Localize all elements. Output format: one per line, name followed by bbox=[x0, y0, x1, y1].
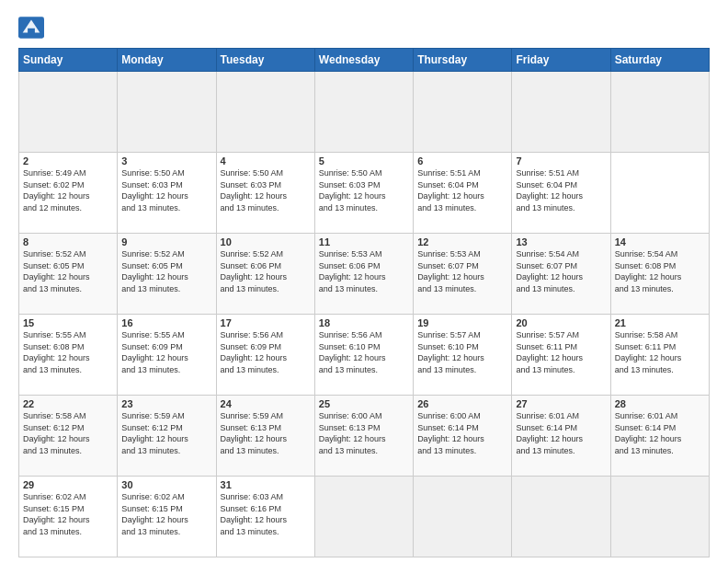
day-info: Sunrise: 5:51 AMSunset: 6:04 PMDaylight:… bbox=[516, 167, 606, 213]
empty-cell bbox=[414, 477, 512, 557]
day-number: 7 bbox=[516, 155, 606, 167]
day-number: 8 bbox=[23, 236, 113, 247]
day-info: Sunrise: 6:02 AMSunset: 6:15 PMDaylight:… bbox=[23, 491, 113, 537]
empty-cell bbox=[414, 72, 512, 153]
day-info: Sunrise: 5:58 AMSunset: 6:11 PMDaylight:… bbox=[615, 329, 705, 375]
day-cell: 2 Sunrise: 5:49 AMSunset: 6:02 PMDayligh… bbox=[19, 153, 118, 234]
day-info: Sunrise: 5:54 AMSunset: 6:07 PMDaylight:… bbox=[516, 248, 606, 294]
day-cell: 15 Sunrise: 5:55 AMSunset: 6:08 PMDaylig… bbox=[19, 315, 118, 396]
calendar-week: 22 Sunrise: 5:58 AMSunset: 6:12 PMDaylig… bbox=[19, 396, 710, 477]
day-info: Sunrise: 5:59 AMSunset: 6:13 PMDaylight:… bbox=[221, 410, 311, 456]
day-info: Sunrise: 5:59 AMSunset: 6:12 PMDaylight:… bbox=[121, 410, 211, 456]
day-number: 14 bbox=[615, 236, 705, 247]
empty-cell bbox=[610, 72, 709, 153]
day-number: 17 bbox=[221, 317, 311, 328]
header bbox=[18, 17, 710, 39]
day-number: 16 bbox=[121, 317, 211, 328]
empty-cell bbox=[118, 72, 216, 153]
day-info: Sunrise: 5:52 AMSunset: 6:05 PMDaylight:… bbox=[121, 248, 211, 294]
calendar-week: 2 Sunrise: 5:49 AMSunset: 6:02 PMDayligh… bbox=[19, 153, 710, 234]
day-info: Sunrise: 5:55 AMSunset: 6:08 PMDaylight:… bbox=[23, 329, 113, 375]
day-info: Sunrise: 5:52 AMSunset: 6:06 PMDaylight:… bbox=[221, 248, 311, 294]
day-info: Sunrise: 5:50 AMSunset: 6:03 PMDaylight:… bbox=[121, 167, 211, 213]
day-number: 6 bbox=[417, 155, 507, 167]
day-header: Thursday bbox=[414, 49, 512, 72]
day-number: 5 bbox=[319, 155, 409, 167]
day-number: 21 bbox=[615, 317, 705, 328]
day-info: Sunrise: 5:53 AMSunset: 6:07 PMDaylight:… bbox=[417, 248, 507, 294]
day-cell: 3 Sunrise: 5:50 AMSunset: 6:03 PMDayligh… bbox=[118, 153, 216, 234]
day-cell: 13 Sunrise: 5:54 AMSunset: 6:07 PMDaylig… bbox=[512, 234, 610, 315]
day-cell: 4 Sunrise: 5:50 AMSunset: 6:03 PMDayligh… bbox=[216, 153, 314, 234]
day-number: 18 bbox=[319, 317, 409, 328]
day-number: 28 bbox=[615, 398, 705, 409]
day-number: 15 bbox=[23, 317, 113, 328]
day-cell: 26 Sunrise: 6:00 AMSunset: 6:14 PMDaylig… bbox=[414, 396, 512, 477]
day-cell: 8 Sunrise: 5:52 AMSunset: 6:05 PMDayligh… bbox=[19, 234, 118, 315]
day-cell: 11 Sunrise: 5:53 AMSunset: 6:06 PMDaylig… bbox=[314, 234, 413, 315]
day-header: Sunday bbox=[19, 49, 118, 72]
day-number: 22 bbox=[23, 398, 113, 409]
day-info: Sunrise: 5:58 AMSunset: 6:12 PMDaylight:… bbox=[23, 410, 113, 456]
day-cell: 16 Sunrise: 5:55 AMSunset: 6:09 PMDaylig… bbox=[118, 315, 216, 396]
day-cell: 14 Sunrise: 5:54 AMSunset: 6:08 PMDaylig… bbox=[610, 234, 709, 315]
day-number: 19 bbox=[417, 317, 507, 328]
day-cell: 19 Sunrise: 5:57 AMSunset: 6:10 PMDaylig… bbox=[414, 315, 512, 396]
header-row: SundayMondayTuesdayWednesdayThursdayFrid… bbox=[19, 49, 710, 72]
day-info: Sunrise: 5:56 AMSunset: 6:10 PMDaylight:… bbox=[319, 329, 409, 375]
day-number: 9 bbox=[121, 236, 211, 247]
day-number: 23 bbox=[121, 398, 211, 409]
day-cell: 10 Sunrise: 5:52 AMSunset: 6:06 PMDaylig… bbox=[216, 234, 314, 315]
day-number: 24 bbox=[221, 398, 311, 409]
calendar-week: 8 Sunrise: 5:52 AMSunset: 6:05 PMDayligh… bbox=[19, 234, 710, 315]
logo-icon bbox=[18, 17, 44, 39]
day-info: Sunrise: 5:51 AMSunset: 6:04 PMDaylight:… bbox=[417, 167, 507, 213]
day-cell: 22 Sunrise: 5:58 AMSunset: 6:12 PMDaylig… bbox=[19, 396, 118, 477]
day-cell: 18 Sunrise: 5:56 AMSunset: 6:10 PMDaylig… bbox=[314, 315, 413, 396]
day-number: 27 bbox=[516, 398, 606, 409]
day-info: Sunrise: 6:01 AMSunset: 6:14 PMDaylight:… bbox=[615, 410, 705, 456]
day-info: Sunrise: 6:03 AMSunset: 6:16 PMDaylight:… bbox=[221, 491, 311, 537]
day-cell: 23 Sunrise: 5:59 AMSunset: 6:12 PMDaylig… bbox=[118, 396, 216, 477]
calendar-week: 15 Sunrise: 5:55 AMSunset: 6:08 PMDaylig… bbox=[19, 315, 710, 396]
day-cell: 28 Sunrise: 6:01 AMSunset: 6:14 PMDaylig… bbox=[610, 396, 709, 477]
day-cell: 17 Sunrise: 5:56 AMSunset: 6:09 PMDaylig… bbox=[216, 315, 314, 396]
day-number: 4 bbox=[221, 155, 311, 167]
day-info: Sunrise: 6:00 AMSunset: 6:13 PMDaylight:… bbox=[319, 410, 409, 456]
day-number: 11 bbox=[319, 236, 409, 247]
empty-cell bbox=[512, 477, 610, 557]
day-cell: 29 Sunrise: 6:02 AMSunset: 6:15 PMDaylig… bbox=[19, 477, 118, 557]
day-cell: 6 Sunrise: 5:51 AMSunset: 6:04 PMDayligh… bbox=[414, 153, 512, 234]
day-info: Sunrise: 5:57 AMSunset: 6:11 PMDaylight:… bbox=[516, 329, 606, 375]
day-header: Saturday bbox=[610, 49, 709, 72]
day-cell: 25 Sunrise: 6:00 AMSunset: 6:13 PMDaylig… bbox=[314, 396, 413, 477]
day-info: Sunrise: 5:50 AMSunset: 6:03 PMDaylight:… bbox=[221, 167, 311, 213]
day-header: Tuesday bbox=[216, 49, 314, 72]
day-info: Sunrise: 5:56 AMSunset: 6:09 PMDaylight:… bbox=[221, 329, 311, 375]
day-header: Friday bbox=[512, 49, 610, 72]
day-number: 20 bbox=[516, 317, 606, 328]
day-number: 13 bbox=[516, 236, 606, 247]
empty-cell bbox=[314, 72, 413, 153]
day-info: Sunrise: 5:57 AMSunset: 6:10 PMDaylight:… bbox=[417, 329, 507, 375]
day-cell: 21 Sunrise: 5:58 AMSunset: 6:11 PMDaylig… bbox=[610, 315, 709, 396]
day-info: Sunrise: 6:01 AMSunset: 6:14 PMDaylight:… bbox=[516, 410, 606, 456]
day-number: 30 bbox=[121, 479, 211, 490]
empty-cell bbox=[314, 477, 413, 557]
day-number: 25 bbox=[319, 398, 409, 409]
empty-cell bbox=[512, 72, 610, 153]
day-info: Sunrise: 5:50 AMSunset: 6:03 PMDaylight:… bbox=[319, 167, 409, 213]
day-number: 10 bbox=[221, 236, 311, 247]
page: SundayMondayTuesdayWednesdayThursdayFrid… bbox=[0, 0, 728, 563]
day-cell: 27 Sunrise: 6:01 AMSunset: 6:14 PMDaylig… bbox=[512, 396, 610, 477]
day-info: Sunrise: 5:53 AMSunset: 6:06 PMDaylight:… bbox=[319, 248, 409, 294]
logo bbox=[18, 17, 48, 39]
day-number: 3 bbox=[121, 155, 211, 167]
calendar-week bbox=[19, 72, 710, 153]
day-info: Sunrise: 5:55 AMSunset: 6:09 PMDaylight:… bbox=[121, 329, 211, 375]
day-info: Sunrise: 6:00 AMSunset: 6:14 PMDaylight:… bbox=[417, 410, 507, 456]
empty-cell bbox=[610, 477, 709, 557]
day-info: Sunrise: 5:49 AMSunset: 6:02 PMDaylight:… bbox=[23, 167, 113, 213]
empty-cell bbox=[216, 72, 314, 153]
day-header: Wednesday bbox=[314, 49, 413, 72]
